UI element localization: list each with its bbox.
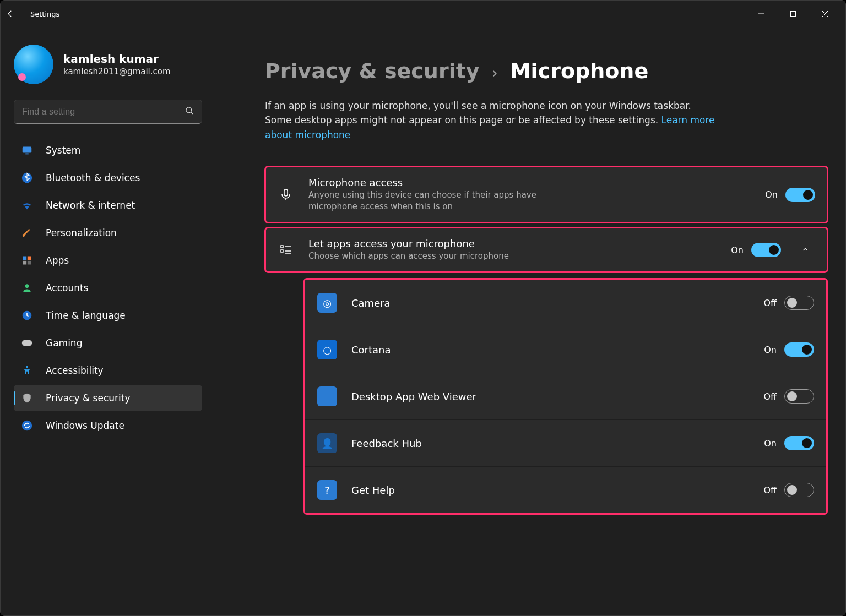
user-email: kamlesh2011@gmail.com <box>63 67 171 77</box>
search-box[interactable] <box>14 100 202 124</box>
svg-rect-20 <box>281 250 283 252</box>
sidebar-item-apps[interactable]: Apps <box>14 247 202 274</box>
toggle-label: On <box>764 438 777 449</box>
search-icon <box>185 106 194 118</box>
toggle-app[interactable] <box>784 483 814 497</box>
search-input[interactable] <box>14 100 202 124</box>
svg-rect-18 <box>284 189 288 196</box>
sidebar-item-gaming[interactable]: Gaming <box>14 330 202 356</box>
sidebar-item-accounts[interactable]: Accounts <box>14 275 202 301</box>
app-icon: ? <box>317 480 337 500</box>
close-button[interactable] <box>809 3 841 24</box>
grid-icon <box>20 254 34 267</box>
bluetooth-icon <box>20 171 34 184</box>
sidebar-item-label: Time & language <box>46 310 126 321</box>
svg-rect-9 <box>23 257 27 260</box>
sidebar: kamlesh kumar kamlesh2011@gmail.com Syst… <box>1 27 215 615</box>
gamepad-icon <box>20 336 34 350</box>
avatar <box>14 45 53 84</box>
app-row-feedback-hub: 👤Feedback HubOn <box>305 420 826 467</box>
list-icon <box>278 243 294 257</box>
shield-icon <box>20 391 34 405</box>
svg-rect-10 <box>28 257 31 260</box>
card-title: Let apps access your microphone <box>308 238 717 249</box>
app-icon: ◎ <box>317 293 337 313</box>
svg-point-16 <box>26 366 28 368</box>
user-name: kamlesh kumar <box>63 52 171 66</box>
app-row-camera: ◎CameraOff <box>305 280 826 326</box>
mic-icon <box>278 188 294 201</box>
sidebar-item-windows-update[interactable]: Windows Update <box>14 412 202 439</box>
sidebar-item-time-language[interactable]: Time & language <box>14 302 202 329</box>
toggle-app[interactable] <box>784 389 814 404</box>
svg-line-5 <box>191 112 193 114</box>
svg-rect-12 <box>28 261 31 265</box>
titlebar: Settings <box>1 1 845 27</box>
setting-card-let-apps[interactable]: Let apps access your microphoneChoose wh… <box>265 227 828 272</box>
svg-rect-15 <box>22 340 32 346</box>
refresh-icon <box>20 419 34 432</box>
back-button[interactable] <box>5 9 27 19</box>
svg-rect-11 <box>23 261 27 265</box>
description-text: If an app is using your microphone, you'… <box>265 100 691 126</box>
sidebar-item-network-internet[interactable]: Network & internet <box>14 192 202 219</box>
sidebar-item-bluetooth-devices[interactable]: Bluetooth & devices <box>14 165 202 191</box>
svg-point-4 <box>186 107 192 113</box>
accessibility-icon <box>20 364 34 377</box>
app-name: Feedback Hub <box>351 438 750 449</box>
sidebar-item-label: Accessibility <box>46 365 104 376</box>
svg-rect-19 <box>281 246 283 248</box>
toggle-app[interactable] <box>784 296 814 310</box>
page-description: If an app is using your microphone, you'… <box>265 99 717 142</box>
toggle-label: On <box>765 189 778 200</box>
sidebar-item-label: Gaming <box>46 337 82 348</box>
window-title: Settings <box>27 10 59 18</box>
settings-cards: Microphone accessAnyone using this devic… <box>265 166 828 277</box>
window-controls <box>745 3 841 24</box>
app-name: Cortana <box>351 344 750 356</box>
app-row-desktop-app-web-viewer: Desktop App Web ViewerOff <box>305 373 826 420</box>
sidebar-item-label: System <box>46 145 80 156</box>
sidebar-item-label: Personalization <box>46 227 117 238</box>
breadcrumb-parent[interactable]: Privacy & security <box>265 59 480 83</box>
toggle-label: Off <box>763 485 777 495</box>
settings-window: Settings kamlesh kumar kamlesh2011@gmail… <box>0 0 846 616</box>
breadcrumb: Privacy & security › Microphone <box>265 59 828 83</box>
app-row-cortana: ○CortanaOn <box>305 326 826 373</box>
card-title: Microphone access <box>308 177 751 188</box>
sidebar-item-personalization[interactable]: Personalization <box>14 220 202 246</box>
toggle-app[interactable] <box>784 342 814 357</box>
sidebar-item-label: Privacy & security <box>46 393 131 404</box>
setting-card-mic-access[interactable]: Microphone accessAnyone using this devic… <box>265 166 828 223</box>
app-name: Get Help <box>351 484 749 496</box>
sidebar-item-privacy-security[interactable]: Privacy & security <box>14 385 202 411</box>
svg-point-17 <box>22 421 32 430</box>
toggle-label: On <box>764 345 777 355</box>
toggle-label: Off <box>763 391 777 402</box>
svg-point-13 <box>25 284 29 288</box>
app-icon <box>317 386 337 406</box>
clock-icon <box>20 309 34 322</box>
svg-rect-7 <box>25 154 29 155</box>
sidebar-item-label: Apps <box>46 255 69 266</box>
minimize-button[interactable] <box>745 3 777 24</box>
main-content: Privacy & security › Microphone If an ap… <box>215 27 845 615</box>
toggle-app[interactable] <box>784 436 814 450</box>
toggle-let-apps[interactable] <box>751 243 781 257</box>
sidebar-item-accessibility[interactable]: Accessibility <box>14 357 202 384</box>
user-profile[interactable]: kamlesh kumar kamlesh2011@gmail.com <box>14 45 202 84</box>
toggle-label: Off <box>763 298 777 308</box>
person-icon <box>20 281 34 295</box>
app-icon: ○ <box>317 340 337 359</box>
app-name: Desktop App Web Viewer <box>351 391 749 402</box>
toggle-mic-access[interactable] <box>785 188 815 202</box>
wifi-icon <box>20 199 34 212</box>
chevron-right-icon: › <box>492 64 498 82</box>
brush-icon <box>20 226 34 239</box>
sidebar-item-system[interactable]: System <box>14 137 202 163</box>
chevron-up-icon[interactable] <box>795 245 815 255</box>
app-icon: 👤 <box>317 433 337 453</box>
maximize-button[interactable] <box>777 3 809 24</box>
toggle-label: On <box>731 245 744 255</box>
monitor-icon <box>20 144 34 157</box>
